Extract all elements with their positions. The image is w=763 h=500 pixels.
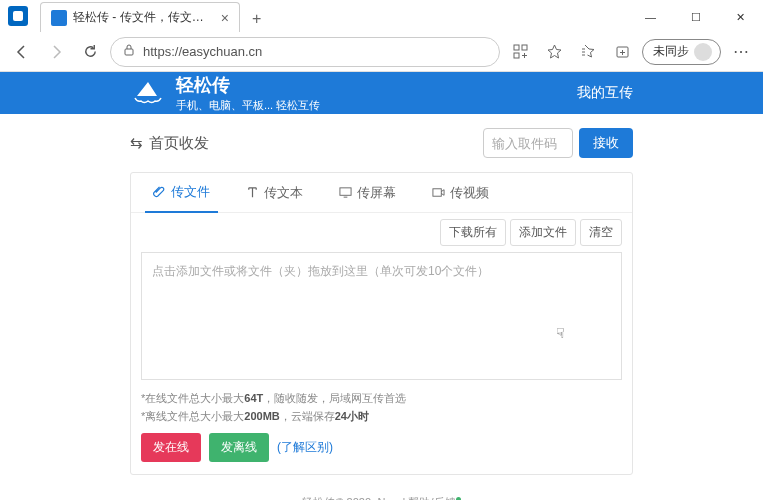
site-header: 轻松传 手机、电脑、平板... 轻松互传 我的互传	[0, 72, 763, 114]
code-input[interactable]	[483, 128, 573, 158]
tab-text[interactable]: 传文本	[238, 173, 311, 212]
favorites-list-icon[interactable]	[574, 38, 602, 66]
receive-button[interactable]: 接收	[579, 128, 633, 158]
help-link[interactable]: 帮助/反馈	[408, 496, 455, 500]
brand-subtitle: 手机、电脑、平板... 轻松互传	[176, 98, 320, 113]
hints: *在线文件总大小最大64T，随收随发，局域网互传首选 *离线文件总大小最大200…	[131, 390, 632, 433]
download-all-button[interactable]: 下载所有	[440, 219, 506, 246]
close-icon[interactable]: ×	[221, 10, 229, 26]
tab-file[interactable]: 传文件	[145, 173, 218, 213]
favorite-icon[interactable]	[540, 38, 568, 66]
transfer-card: 传文件 传文本 传屏幕 传视频 下载所有 添加文件 清空 点击添加文件或将文件（…	[130, 172, 633, 475]
menu-icon[interactable]: ⋯	[727, 38, 755, 66]
footer: 轻松传© 2020~Now | 帮助/反馈 免费送书 | QQ群：7994858…	[130, 475, 633, 500]
svg-rect-1	[514, 45, 519, 50]
browser-icon	[8, 6, 28, 26]
brand-name: 轻松传	[176, 73, 320, 97]
tab-screen[interactable]: 传屏幕	[331, 173, 404, 212]
sync-label: 未同步	[653, 43, 689, 60]
dropzone-hint: 点击添加文件或将文件（夹）拖放到这里（单次可发10个文件）	[152, 264, 489, 278]
minimize-button[interactable]: —	[628, 2, 673, 32]
my-transfers-link[interactable]: 我的互传	[577, 84, 633, 102]
collections-icon[interactable]	[608, 38, 636, 66]
cursor-icon: ☟	[556, 325, 565, 341]
svg-rect-3	[514, 53, 519, 58]
svg-rect-0	[125, 49, 133, 55]
address-bar[interactable]: https://easychuan.cn	[110, 37, 500, 67]
tab-title: 轻松传 - 传文件，传文本，传屏…	[73, 9, 213, 26]
avatar-icon	[694, 43, 712, 61]
add-files-button[interactable]: 添加文件	[510, 219, 576, 246]
apps-icon[interactable]	[506, 38, 534, 66]
browser-tab[interactable]: 轻松传 - 传文件，传文本，传屏… ×	[40, 2, 240, 32]
favicon	[51, 10, 67, 26]
svg-rect-5	[340, 188, 351, 195]
dropzone[interactable]: 点击添加文件或将文件（夹）拖放到这里（单次可发10个文件） ☟	[141, 252, 622, 380]
lock-icon	[123, 44, 135, 59]
transfer-icon: ⇆	[130, 134, 143, 152]
browser-toolbar: https://easychuan.cn 未同步 ⋯	[0, 32, 763, 72]
send-offline-button[interactable]: 发离线	[209, 433, 269, 462]
svg-rect-6	[433, 189, 441, 196]
send-online-button[interactable]: 发在线	[141, 433, 201, 462]
url-text: https://easychuan.cn	[143, 44, 262, 59]
logo-icon	[130, 78, 166, 108]
browser-titlebar: 轻松传 - 传文件，传文本，传屏… × + — ☐ ✕	[0, 0, 763, 32]
difference-link[interactable]: (了解区别)	[277, 439, 333, 456]
new-tab-button[interactable]: +	[246, 6, 267, 32]
svg-rect-2	[522, 45, 527, 50]
page-title: ⇆ 首页收发	[130, 134, 209, 153]
clear-button[interactable]: 清空	[580, 219, 622, 246]
tabs: 传文件 传文本 传屏幕 传视频	[131, 173, 632, 213]
forward-button[interactable]	[42, 38, 70, 66]
sync-button[interactable]: 未同步	[642, 39, 721, 65]
close-button[interactable]: ✕	[718, 2, 763, 32]
back-button[interactable]	[8, 38, 36, 66]
reload-button[interactable]	[76, 38, 104, 66]
maximize-button[interactable]: ☐	[673, 2, 718, 32]
window-controls: — ☐ ✕	[628, 2, 763, 32]
tab-video[interactable]: 传视频	[424, 173, 497, 212]
